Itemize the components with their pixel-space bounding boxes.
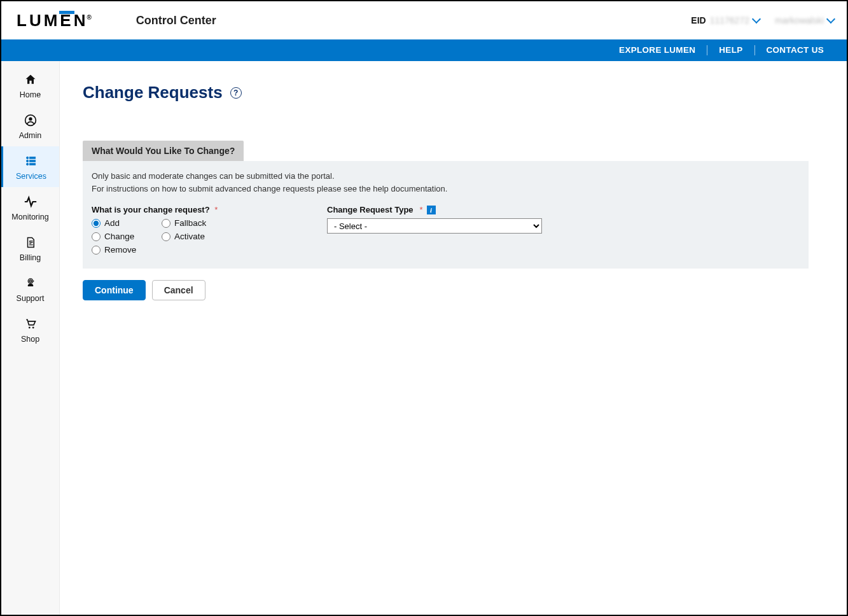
form-actions: Continue Cancel [83, 280, 809, 300]
sidebar-item-support[interactable]: Support [1, 269, 59, 309]
radio-label-remove: Remove [104, 245, 136, 255]
form-hint: Only basic and moderate changes can be s… [92, 170, 800, 195]
svg-point-14 [28, 326, 30, 328]
page-title: Change Requests [83, 83, 223, 102]
radio-option-activate[interactable]: Activate [162, 232, 238, 241]
page-title-row: Change Requests ? [83, 83, 821, 102]
cancel-button[interactable]: Cancel [152, 280, 205, 300]
lumen-logo: LUMEN® [17, 11, 92, 31]
sidebar: Home Admin Services Monitoring $ Billing [1, 61, 60, 615]
radio-option-add[interactable]: Add [92, 218, 162, 228]
radio-input-remove[interactable] [92, 246, 101, 255]
chevron-down-icon [752, 15, 761, 24]
sidebar-item-label: Services [16, 172, 46, 181]
svg-point-12 [29, 280, 31, 282]
radio-option-remove[interactable]: Remove [92, 245, 162, 255]
radio-label-change: Change [104, 232, 134, 241]
radio-input-change[interactable] [92, 232, 101, 241]
logo-accent-e: E [60, 11, 73, 31]
select-label: Change Request Type * i [327, 205, 436, 214]
change-request-type-select[interactable]: - Select - [327, 218, 542, 234]
logo-text-left: LUM [17, 11, 60, 30]
svg-point-4 [27, 160, 29, 162]
radio-input-add[interactable] [92, 219, 101, 228]
sidebar-item-label: Admin [19, 131, 41, 140]
change-request-type-field: Change Request Type * i - Select - [327, 205, 542, 234]
svg-rect-3 [30, 157, 36, 159]
radio-input-fallback[interactable] [162, 219, 170, 228]
chevron-down-icon [826, 15, 835, 24]
user-dropdown[interactable]: markowalski [775, 15, 834, 25]
eid-value: 11176272 [710, 15, 749, 25]
form-card: Only basic and moderate changes can be s… [83, 161, 809, 269]
username: markowalski [775, 15, 824, 25]
sidebar-item-label: Billing [20, 253, 41, 262]
radio-label-add: Add [104, 218, 120, 228]
eid-label: EID [691, 15, 706, 25]
support-icon [24, 276, 38, 290]
radio-option-fallback[interactable]: Fallback [162, 218, 238, 228]
home-icon [24, 73, 38, 87]
logo-registered-mark: ® [87, 14, 91, 21]
svg-point-6 [27, 163, 29, 165]
user-circle-icon [24, 113, 38, 127]
sidebar-item-shop[interactable]: Shop [1, 309, 59, 350]
pulse-icon [24, 195, 38, 209]
form-hint-line1: Only basic and moderate changes can be s… [92, 170, 800, 183]
info-icon[interactable]: i [427, 206, 436, 214]
sidebar-item-label: Home [20, 90, 41, 99]
radio-group-label: What is your change request? * [92, 205, 308, 214]
sidebar-item-admin[interactable]: Admin [1, 106, 59, 146]
nav-contact-us[interactable]: CONTACT US [754, 45, 836, 55]
radio-option-change[interactable]: Change [92, 232, 162, 241]
svg-point-1 [29, 117, 32, 120]
sidebar-item-home[interactable]: Home [1, 65, 59, 106]
eid-dropdown[interactable]: EID 11176272 [691, 15, 760, 25]
sidebar-item-label: Monitoring [11, 213, 48, 221]
radio-label-activate: Activate [174, 232, 205, 241]
cart-icon [24, 317, 38, 331]
required-indicator: * [214, 205, 218, 214]
svg-point-13 [28, 279, 33, 284]
invoice-icon: $ [24, 235, 38, 249]
sidebar-item-label: Shop [21, 335, 39, 344]
sidebar-item-label: Support [17, 294, 45, 303]
svg-point-15 [32, 326, 34, 328]
app-title: Control Center [136, 14, 216, 27]
sidebar-item-services[interactable]: Services [1, 146, 59, 187]
account-area: EID 11176272 markowalski [691, 15, 834, 25]
nav-help[interactable]: HELP [707, 45, 754, 55]
main-content: Change Requests ? What Would You Like To… [60, 61, 847, 615]
sidebar-item-monitoring[interactable]: Monitoring [1, 187, 59, 228]
topbar: LUMEN® Control Center EID 11176272 marko… [1, 1, 847, 39]
form-hint-line2: For instructions on how to submit advanc… [92, 183, 800, 195]
radio-input-activate[interactable] [162, 232, 170, 241]
continue-button[interactable]: Continue [83, 280, 146, 300]
svg-rect-7 [30, 164, 36, 165]
required-indicator: * [420, 205, 423, 214]
help-icon[interactable]: ? [230, 87, 242, 99]
svg-rect-5 [30, 160, 36, 162]
svg-point-2 [27, 157, 29, 158]
change-request-radio-group: What is your change request? * Add Fallb… [92, 205, 308, 255]
sidebar-item-billing[interactable]: $ Billing [1, 228, 59, 269]
global-nav: EXPLORE LUMEN HELP CONTACT US [1, 39, 847, 61]
list-icon [24, 154, 38, 168]
form-section-header: What Would You Like To Change? [83, 141, 244, 161]
radio-label-fallback: Fallback [174, 218, 206, 228]
nav-explore-lumen[interactable]: EXPLORE LUMEN [608, 45, 707, 55]
